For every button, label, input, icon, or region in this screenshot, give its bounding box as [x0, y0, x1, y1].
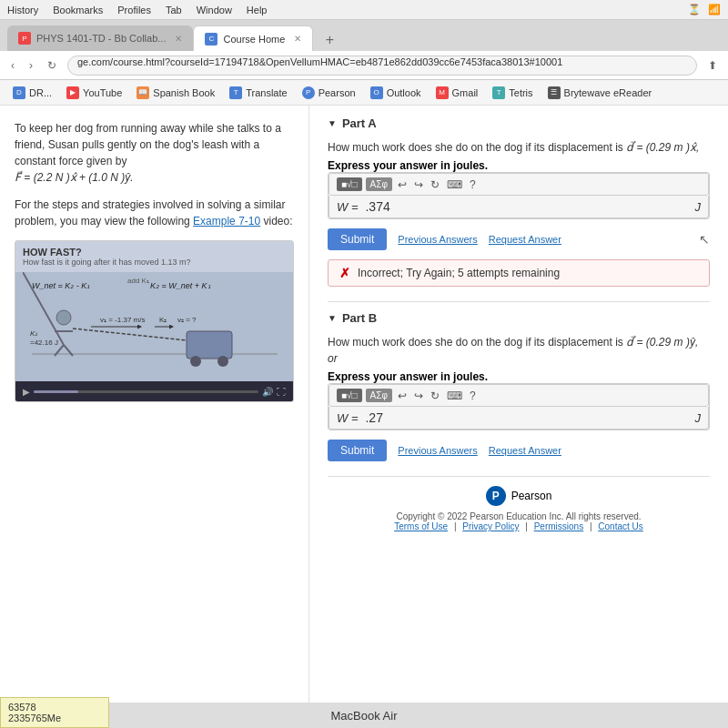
part-b-undo-icon[interactable]: ↩	[396, 389, 409, 402]
part-a-answer-row: W = J	[329, 196, 709, 218]
part-b-matrix-button[interactable]: ■√□	[337, 389, 362, 402]
cursor-icon: ↖	[699, 232, 710, 247]
back-button[interactable]: ‹	[7, 57, 18, 74]
sticky-note-line2: 2335765Me	[8, 713, 101, 723]
svg-text:W_net = K₂ - K₁: W_net = K₂ - K₁	[32, 281, 90, 290]
video-body[interactable]: W_net = K₂ - K₁ K₂ = W_net + K₁ add K₁	[15, 272, 293, 381]
bookmark-gmail-favicon: M	[436, 86, 449, 99]
footer-privacy-link[interactable]: Privacy Policy	[462, 521, 519, 531]
bookmark-outlook[interactable]: O Outlook	[365, 85, 427, 101]
part-b-redo-icon[interactable]: ↪	[412, 389, 425, 402]
menu-window[interactable]: Window	[197, 5, 232, 15]
svg-text:K₂ = W_net + K₁: K₂ = W_net + K₁	[150, 281, 211, 290]
tab-phys-close[interactable]: ✕	[175, 34, 182, 44]
part-a-error-box: ✗ Incorrect; Try Again; 5 attempts remai…	[328, 259, 710, 287]
bookmark-dr[interactable]: D DR...	[7, 85, 57, 101]
part-a-header: ▼ Part A	[328, 116, 710, 130]
part-b-submit-row: Submit Previous Answers Request Answer	[328, 440, 710, 461]
part-b-answer-input[interactable]	[365, 410, 687, 425]
part-a-arrow[interactable]: ▼	[328, 118, 337, 128]
svg-text:v₂ = ?: v₂ = ?	[177, 316, 197, 324]
part-a-submit-button[interactable]: Submit	[328, 228, 387, 250]
menu-bookmarks[interactable]: Bookmarks	[53, 5, 103, 15]
menu-history[interactable]: History	[7, 5, 38, 15]
wifi-icon: 📶	[708, 4, 721, 15]
sticky-note: 63578 2335765Me	[0, 697, 109, 728]
forward-button[interactable]: ›	[25, 57, 36, 74]
part-a-toolbar: ■√□ ΑΣφ ↩ ↪ ↻ ⌨ ?	[329, 173, 709, 196]
tab-course-close[interactable]: ✕	[294, 34, 301, 44]
bookmark-pearson[interactable]: P Pearson	[297, 85, 361, 101]
progress-bar-fill	[34, 390, 78, 393]
bookmark-gmail[interactable]: M Gmail	[430, 85, 484, 101]
footer-section: P Pearson Copyright © 2022 Pearson Educa…	[328, 476, 710, 531]
svg-point-12	[217, 356, 228, 367]
bookmark-tetris[interactable]: T Tetris	[487, 85, 538, 101]
menu-help[interactable]: Help	[247, 5, 268, 15]
part-a-symbol-button[interactable]: ΑΣφ	[366, 177, 392, 191]
bookmark-outlook-label: Outlook	[387, 87, 421, 98]
video-controls[interactable]: ▶ 🔊 ⛶	[15, 381, 293, 401]
part-b-header: ▼ Part B	[328, 311, 710, 325]
part-b-symbol-button[interactable]: ΑΣφ	[366, 389, 392, 402]
part-a-keyboard-icon[interactable]: ⌨	[445, 178, 464, 191]
bookmark-brytewave[interactable]: ☰ Brytewave eReader	[542, 85, 658, 101]
share-icon[interactable]: ⬆	[704, 57, 721, 74]
play-button[interactable]: ▶	[23, 387, 30, 397]
part-a-unit: J	[695, 200, 702, 214]
part-a-previous-answers-button[interactable]: Previous Answers	[398, 234, 477, 245]
bookmark-youtube[interactable]: ▶ YouTube	[61, 85, 127, 101]
part-b-help-icon[interactable]: ?	[468, 389, 478, 402]
footer-contact-link[interactable]: Contact Us	[598, 521, 642, 531]
right-panel: ▼ Part A How much work does she do on th…	[309, 106, 728, 728]
part-a-help-icon[interactable]: ?	[468, 178, 478, 191]
part-b-arrow[interactable]: ▼	[328, 313, 337, 323]
bookmark-outlook-favicon: O	[370, 86, 383, 99]
video-thumbnail: HOW FAST? How fast is it going after it …	[15, 240, 294, 402]
menu-profiles[interactable]: Profiles	[117, 5, 151, 15]
part-a-matrix-button[interactable]: ■√□	[337, 177, 362, 191]
fullscreen-icon[interactable]: ⛶	[277, 387, 286, 397]
tab-phys[interactable]: P PHYS 1401-TD - Bb Collab... ✕	[7, 25, 193, 51]
footer-copyright: Copyright © 2022 Pearson Education Inc. …	[328, 511, 710, 521]
part-b-refresh-icon[interactable]: ↻	[429, 389, 441, 402]
part-b-submit-button[interactable]: Submit	[328, 440, 387, 461]
part-a-request-answer-button[interactable]: Request Answer	[489, 234, 561, 245]
bookmark-spanish-book[interactable]: 📖 Spanish Book	[131, 85, 220, 101]
page-content: To keep her dog from running away while …	[0, 106, 728, 728]
part-a-w-label: W =	[337, 200, 358, 214]
new-tab-button[interactable]: +	[318, 29, 340, 51]
bookmark-translate[interactable]: T Translate	[224, 85, 292, 101]
part-a-answer-input[interactable]	[365, 199, 687, 214]
svg-text:=42.16 J: =42.16 J	[30, 339, 58, 347]
hint-text: For the steps and strategies involved in…	[15, 197, 294, 229]
footer-terms-link[interactable]: Terms of Use	[394, 521, 448, 531]
bookmark-dr-favicon: D	[13, 86, 25, 99]
part-a-refresh-icon[interactable]: ↻	[429, 178, 441, 191]
bookmark-gmail-label: Gmail	[452, 87, 479, 98]
progress-bar[interactable]	[34, 390, 258, 393]
part-a-label: Part A	[342, 116, 377, 130]
address-input[interactable]: ge.com/course.html?courseId=17194718&Ope…	[67, 56, 697, 76]
footer-links: Terms of Use | Privacy Policy | Permissi…	[328, 521, 710, 531]
part-b-previous-answers-button[interactable]: Previous Answers	[398, 445, 477, 456]
video-header: HOW FAST? How fast is it going after it …	[15, 241, 293, 272]
refresh-button[interactable]: ↻	[44, 57, 60, 74]
bookmark-brytewave-label: Brytewave eReader	[564, 87, 652, 98]
part-a-undo-icon[interactable]: ↩	[396, 178, 409, 191]
part-a-answer-box: ■√□ ΑΣφ ↩ ↪ ↻ ⌨ ? W = J	[328, 172, 710, 219]
bookmark-spanish-book-label: Spanish Book	[153, 87, 215, 98]
part-a-redo-icon[interactable]: ↪	[412, 178, 425, 191]
menu-tab[interactable]: Tab	[166, 5, 182, 15]
part-a-answer-label: Express your answer in joules.	[328, 159, 710, 172]
footer-permissions-link[interactable]: Permissions	[534, 521, 583, 531]
part-b-keyboard-icon[interactable]: ⌨	[445, 389, 464, 402]
part-b-request-answer-button[interactable]: Request Answer	[489, 445, 561, 456]
example-link[interactable]: Example 7-10	[193, 215, 260, 228]
bookmark-translate-favicon: T	[229, 86, 242, 99]
address-bar: ‹ › ↻ ge.com/course.html?courseId=171947…	[0, 51, 728, 80]
volume-icon[interactable]: 🔊	[262, 387, 273, 397]
bookmark-brytewave-favicon: ☰	[548, 86, 561, 99]
tab-course[interactable]: C Course Home ✕	[193, 25, 313, 51]
svg-rect-10	[187, 331, 232, 359]
